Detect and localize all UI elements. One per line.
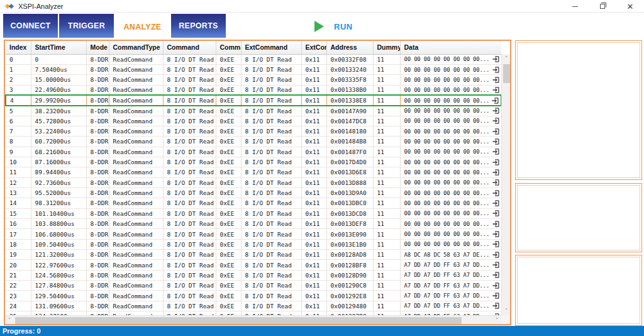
cell-index[interactable]: 16 — [6, 219, 31, 229]
cell-starttime[interactable]: 124.56800us — [31, 270, 86, 280]
cell-index[interactable]: 23 — [6, 291, 31, 301]
cell-commandtype[interactable]: ReadCommand — [109, 85, 163, 95]
cell-extcom[interactable]: 0x11 — [301, 208, 326, 218]
cell-dummy[interactable]: 11 — [373, 85, 400, 95]
vertical-scrollbar[interactable]: ˄ ˅ — [501, 54, 510, 315]
expand-data-icon[interactable] — [492, 282, 499, 289]
cell-index[interactable]: 4 — [6, 95, 31, 105]
cell-data[interactable]: 00 00 00 00 00 00 00 00... — [400, 64, 501, 74]
cell-comman[interactable]: 0xEE — [216, 301, 241, 311]
cell-data[interactable]: 00 00 00 00 00 00 00 00... — [400, 167, 501, 177]
cell-command[interactable]: 8 I/O DT Read — [163, 188, 216, 198]
cell-comman[interactable]: 0xEE — [216, 106, 241, 116]
cell-dummy[interactable]: 11 — [373, 177, 400, 188]
scroll-up-icon[interactable]: ˄ — [502, 54, 511, 63]
column-header-comman[interactable]: Comman — [216, 41, 241, 54]
scroll-right-icon[interactable]: ˃ — [492, 316, 501, 325]
cell-index[interactable]: 20 — [6, 260, 31, 270]
tab-reports[interactable]: REPORTS — [171, 14, 226, 38]
cell-mode[interactable]: 8-DDR — [86, 64, 109, 74]
scroll-down-icon[interactable]: ˅ — [502, 306, 511, 315]
expand-data-icon[interactable] — [492, 66, 499, 73]
cell-extcom[interactable]: 0x11 — [301, 291, 326, 301]
cell-extcom[interactable]: 0x11 — [301, 106, 326, 116]
cell-starttime[interactable]: 53.22400us — [31, 126, 86, 136]
cell-extcommand[interactable]: 8 I/O DT Read — [241, 137, 301, 147]
cell-commandtype[interactable]: ReadCommand — [109, 106, 163, 116]
cell-extcom[interactable]: 0x11 — [301, 188, 326, 198]
horizontal-scroll-thumb[interactable] — [15, 317, 462, 324]
cell-commandtype[interactable]: ReadCommand — [109, 75, 163, 85]
cell-extcom[interactable]: 0x11 — [301, 95, 326, 105]
cell-address[interactable]: 0x00148180 — [326, 126, 373, 136]
cell-extcom[interactable]: 0x11 — [301, 281, 326, 291]
cell-index[interactable]: 7 — [6, 126, 31, 136]
tab-connect[interactable]: CONNECT — [3, 14, 58, 38]
cell-dummy[interactable]: 11 — [373, 208, 400, 218]
expand-data-icon[interactable] — [492, 76, 499, 83]
cell-dummy[interactable]: 11 — [373, 54, 400, 64]
cell-commandtype[interactable]: ReadCommand — [109, 177, 163, 188]
cell-data[interactable]: A7 DD A7 DD FF 63 A7 DD... — [400, 270, 501, 280]
cell-data[interactable]: 00 00 00 00 00 00 00 00... — [400, 116, 501, 126]
cell-command[interactable]: 8 I/O DT Read — [163, 208, 216, 218]
cell-comman[interactable]: 0xEE — [216, 270, 241, 280]
cell-comman[interactable]: 0xEE — [216, 229, 241, 239]
cell-dummy[interactable]: 11 — [373, 64, 400, 74]
table-row[interactable]: 1292.73600us8-DDRReadCommand8 I/O DT Rea… — [6, 177, 501, 188]
cell-address[interactable]: 0x00133240 — [326, 64, 373, 74]
expand-data-icon[interactable] — [492, 272, 499, 279]
cell-command[interactable]: 8 I/O DT Read — [163, 239, 216, 249]
cell-extcom[interactable]: 0x11 — [301, 157, 326, 167]
cell-extcommand[interactable]: 8 I/O DT Read — [241, 250, 301, 260]
cell-index[interactable]: 12 — [6, 177, 31, 188]
cell-dummy[interactable]: 11 — [373, 219, 400, 229]
expand-data-icon[interactable] — [492, 118, 499, 125]
cell-dummy[interactable]: 11 — [373, 250, 400, 260]
cell-starttime[interactable]: 7.50400us — [31, 64, 86, 74]
cell-mode[interactable]: 8-DDR — [86, 147, 109, 157]
cell-address[interactable]: 0x0013D9A0 — [326, 188, 373, 198]
cell-extcom[interactable]: 0x11 — [301, 54, 326, 64]
cell-dummy[interactable]: 11 — [373, 167, 400, 177]
table-row[interactable]: 23129.50400us8-DDRReadCommand8 I/O DT Re… — [6, 291, 501, 301]
table-row[interactable]: 1087.16000us8-DDRReadCommand8 I/O DT Rea… — [6, 157, 501, 167]
table-row[interactable]: 20122.97600us8-DDRReadCommand8 I/O DT Re… — [6, 260, 501, 270]
cell-commandtype[interactable]: ReadCommand — [109, 260, 163, 270]
cell-extcommand[interactable]: 8 I/O DT Read — [241, 291, 301, 301]
table-row[interactable]: 1395.52000us8-DDRReadCommand8 I/O DT Rea… — [6, 188, 501, 198]
cell-address[interactable]: 0x00129480 — [326, 301, 373, 311]
cell-commandtype[interactable]: ReadCommand — [109, 219, 163, 229]
cell-data[interactable]: 00 00 00 00 00 00 00 00... — [400, 95, 501, 105]
cell-mode[interactable]: 8-DDR — [86, 208, 109, 218]
cell-commandtype[interactable]: ReadCommand — [109, 147, 163, 157]
column-header-mode[interactable]: Mode — [86, 41, 109, 54]
cell-extcommand[interactable]: 8 I/O DT Read — [241, 95, 301, 105]
cell-extcom[interactable]: 0x11 — [301, 177, 326, 188]
cell-command[interactable]: 8 I/O DT Read — [163, 250, 216, 260]
cell-command[interactable]: 8 I/O DT Read — [163, 270, 216, 280]
cell-commandtype[interactable]: ReadCommand — [109, 270, 163, 280]
cell-comman[interactable]: 0xEE — [216, 177, 241, 188]
cell-command[interactable]: 8 I/O DT Read — [163, 126, 216, 136]
cell-extcommand[interactable]: 8 I/O DT Read — [241, 177, 301, 188]
cell-starttime[interactable]: 45.72800us — [31, 116, 86, 126]
cell-extcommand[interactable]: 8 I/O DT Read — [241, 188, 301, 198]
cell-address[interactable]: 0x0013E090 — [326, 229, 373, 239]
cell-extcom[interactable]: 0x11 — [301, 260, 326, 270]
cell-extcommand[interactable]: 8 I/O DT Read — [241, 167, 301, 177]
column-header-data[interactable]: Data — [400, 41, 501, 54]
cell-mode[interactable]: 8-DDR — [86, 54, 109, 64]
table-row[interactable]: 1498.31200us8-DDRReadCommand8 I/O DT Rea… — [6, 198, 501, 208]
cell-comman[interactable]: 0xEE — [216, 291, 241, 301]
expand-data-icon[interactable] — [492, 262, 499, 269]
expand-data-icon[interactable] — [492, 169, 499, 176]
cell-mode[interactable]: 8-DDR — [86, 85, 109, 95]
cell-starttime[interactable]: 121.32000us — [31, 250, 86, 260]
scroll-left-icon[interactable]: ˂ — [5, 316, 14, 325]
cell-address[interactable]: 0x00147A90 — [326, 106, 373, 116]
cell-command[interactable]: 8 I/O DT Read — [163, 229, 216, 239]
cell-index[interactable]: 19 — [6, 250, 31, 260]
cell-comman[interactable]: 0xEE — [216, 85, 241, 95]
cell-commandtype[interactable]: ReadCommand — [109, 95, 163, 105]
